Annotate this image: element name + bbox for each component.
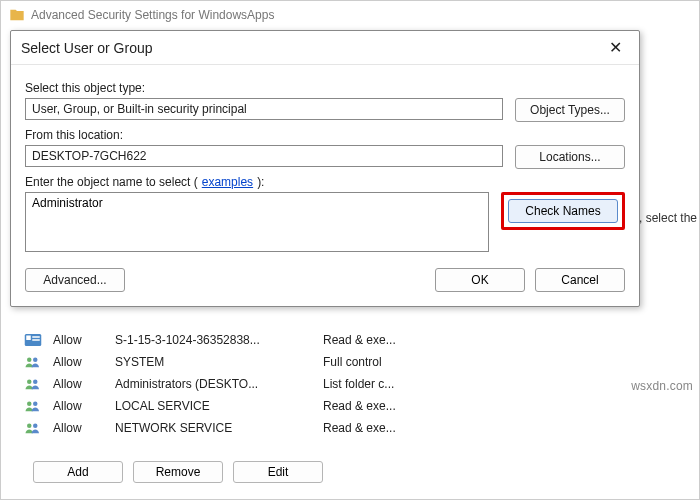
acl-cell-principal: Administrators (DESKTO... (115, 377, 315, 391)
users-icon (21, 421, 45, 435)
acl-cell-access: Read & exe... (323, 421, 433, 435)
highlight-box: Check Names (501, 192, 625, 230)
truncated-parent-text: , select the e (639, 211, 699, 225)
check-names-button[interactable]: Check Names (508, 199, 618, 223)
svg-rect-1 (26, 336, 31, 341)
acl-cell-principal: LOCAL SERVICE (115, 399, 315, 413)
cancel-button[interactable]: Cancel (535, 268, 625, 292)
folder-icon (9, 7, 25, 23)
advanced-button[interactable]: Advanced... (25, 268, 125, 292)
object-type-label: Select this object type: (25, 81, 625, 95)
remove-button[interactable]: Remove (133, 461, 223, 483)
select-user-dialog: Select User or Group ✕ Select this objec… (10, 30, 640, 307)
examples-link[interactable]: examples (202, 175, 253, 189)
locations-button[interactable]: Locations... (515, 145, 625, 169)
svg-point-6 (27, 380, 32, 385)
acl-row[interactable]: Allow NETWORK SERVICE Read & exe... (21, 417, 679, 439)
location-field[interactable]: DESKTOP-7GCH622 (25, 145, 503, 167)
acl-cell-principal: SYSTEM (115, 355, 315, 369)
object-type-field[interactable]: User, Group, or Built-in security princi… (25, 98, 503, 120)
edit-button[interactable]: Edit (233, 461, 323, 483)
acl-cell-access: Full control (323, 355, 433, 369)
acl-row[interactable]: Allow SYSTEM Full control (21, 351, 679, 373)
svg-point-5 (33, 358, 38, 363)
svg-rect-2 (32, 336, 40, 338)
add-button[interactable]: Add (33, 461, 123, 483)
users-icon (21, 377, 45, 391)
acl-cell-type: Allow (53, 355, 107, 369)
location-label: From this location: (25, 128, 625, 142)
parent-window-title: Advanced Security Settings for WindowsAp… (31, 8, 274, 22)
parent-window-titlebar: Advanced Security Settings for WindowsAp… (1, 1, 699, 29)
acl-cell-type: Allow (53, 333, 107, 347)
acl-row[interactable]: Allow S-1-15-3-1024-36352838... Read & e… (21, 329, 679, 351)
acl-row[interactable]: Allow Administrators (DESKTO... List fol… (21, 373, 679, 395)
users-icon (21, 399, 45, 413)
ok-button[interactable]: OK (435, 268, 525, 292)
svg-point-11 (33, 424, 38, 429)
acl-cell-principal: NETWORK SERVICE (115, 421, 315, 435)
svg-point-10 (27, 424, 32, 429)
svg-point-9 (33, 402, 38, 407)
id-icon (21, 333, 45, 347)
dialog-title: Select User or Group (21, 40, 153, 56)
object-types-button[interactable]: Object Types... (515, 98, 625, 122)
acl-cell-type: Allow (53, 421, 107, 435)
watermark-text: wsxdn.com (631, 379, 693, 393)
acl-cell-access: Read & exe... (323, 399, 433, 413)
svg-point-8 (27, 402, 32, 407)
object-name-label: Enter the object name to select (example… (25, 175, 625, 189)
object-name-input[interactable] (25, 192, 489, 252)
acl-cell-access: Read & exe... (323, 333, 433, 347)
acl-cell-type: Allow (53, 377, 107, 391)
svg-rect-3 (32, 339, 40, 341)
acl-list: Allow S-1-15-3-1024-36352838... Read & e… (21, 329, 679, 439)
acl-cell-type: Allow (53, 399, 107, 413)
users-icon (21, 355, 45, 369)
acl-row[interactable]: Allow LOCAL SERVICE Read & exe... (21, 395, 679, 417)
close-icon[interactable]: ✕ (601, 38, 629, 57)
svg-point-4 (27, 358, 32, 363)
acl-cell-principal: S-1-15-3-1024-36352838... (115, 333, 315, 347)
acl-cell-access: List folder c... (323, 377, 433, 391)
svg-point-7 (33, 380, 38, 385)
